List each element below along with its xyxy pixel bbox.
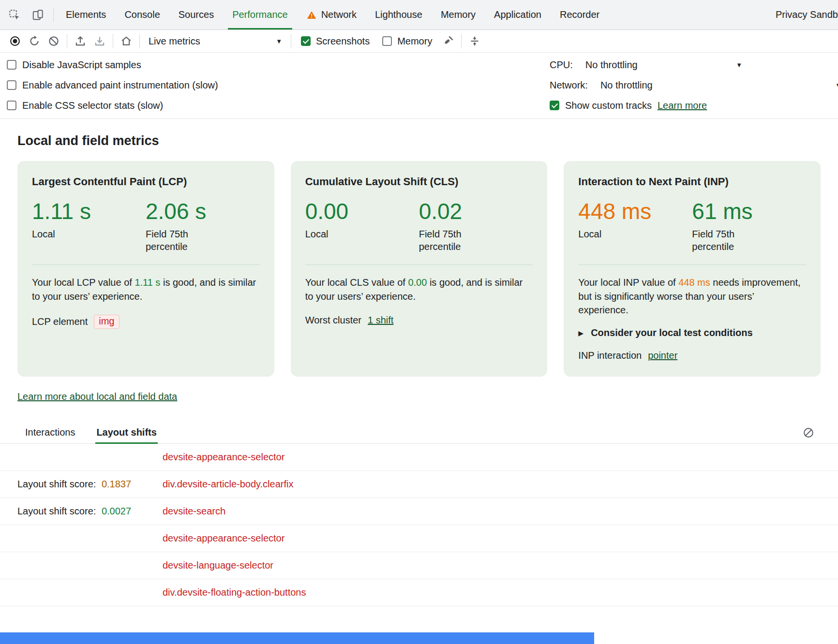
history-dropdown[interactable]: Live metrics ▼ [144, 36, 287, 47]
tab-performance[interactable]: Performance [223, 0, 297, 29]
cpu-value: No throttling [585, 59, 638, 71]
record-button[interactable] [6, 32, 24, 50]
clear-log-button[interactable] [802, 426, 815, 439]
network-throttling-select[interactable]: Network: No throttling [550, 80, 838, 91]
vertical-align-icon [468, 35, 481, 47]
record-icon [9, 35, 21, 47]
show-custom-tracks-label[interactable]: Show custom tracks [565, 100, 652, 111]
layout-shift-row[interactable]: div.devsite-floating-action-buttons [0, 579, 838, 606]
metric-description: Your local INP value of 448 ms needs imp… [578, 276, 806, 317]
show-custom-tracks-checkbox[interactable] [550, 101, 559, 110]
tab-layout-shifts[interactable]: Layout shifts [95, 422, 157, 443]
collect-garbage-button[interactable] [439, 32, 457, 50]
network-value: No throttling [600, 80, 653, 91]
device-toolbar-button[interactable] [28, 5, 47, 25]
layout-shift-row[interactable]: devsite-appearance-selector [0, 444, 838, 471]
tab-elements[interactable]: Elements [57, 0, 115, 29]
score-label: Layout shift score: [17, 506, 96, 516]
home-icon [120, 35, 133, 47]
lcp-element-label: LCP element [32, 316, 88, 327]
tab-interactions[interactable]: Interactions [24, 422, 76, 443]
layout-shift-row[interactable]: devsite-appearance-selector [0, 525, 838, 552]
advanced-paint-checkbox[interactable] [7, 80, 16, 90]
tab-network[interactable]: Network [297, 0, 366, 29]
layout-shift-row[interactable]: Layout shift score: 0.0027 devsite-searc… [0, 498, 838, 525]
css-selector-stats-label[interactable]: Enable CSS selector stats (slow) [22, 100, 163, 111]
inp-interaction-link[interactable]: pointer [648, 350, 677, 361]
screenshots-checkbox[interactable] [301, 36, 311, 46]
reload-and-record-button[interactable] [25, 32, 44, 50]
tab-label: Layout shifts [96, 427, 156, 438]
cpu-throttling-select[interactable]: CPU: No throttling ▼ [550, 59, 838, 71]
element-node-link[interactable]: devsite-search [163, 506, 225, 517]
selected-row-highlight[interactable] [0, 632, 594, 644]
field-value: 2.06 s [146, 200, 206, 223]
element-node-link[interactable]: div.devsite-floating-action-buttons [163, 587, 306, 598]
layout-shift-row[interactable]: devsite-language-selector [0, 552, 838, 579]
css-selector-stats-checkbox[interactable] [7, 101, 16, 110]
divider [67, 34, 67, 48]
tab-application[interactable]: Application [485, 0, 551, 29]
score-cell: Layout shift score: 0.0027 [17, 506, 163, 517]
tab-label: Sources [179, 9, 214, 20]
load-profile-button[interactable] [71, 32, 90, 50]
element-node-link[interactable]: div.devsite-article-body.clearfix [163, 479, 293, 490]
collapse-button[interactable] [465, 32, 484, 50]
expander-label: Consider your local test conditions [591, 327, 753, 338]
reload-icon [28, 35, 41, 47]
local-test-conditions-expander[interactable]: ▶ Consider your local test conditions [578, 327, 806, 338]
tab-console[interactable]: Console [115, 0, 169, 29]
element-node-link[interactable]: devsite-appearance-selector [163, 452, 284, 463]
tab-recorder[interactable]: Recorder [551, 0, 609, 29]
home-button[interactable] [117, 32, 135, 50]
disable-js-samples-label[interactable]: Disable JavaScript samples [22, 59, 141, 71]
lcp-element-row: LCP element img [32, 315, 260, 329]
device-toolbar-icon [31, 9, 44, 21]
description-value: 448 ms [678, 277, 710, 288]
worst-cluster-row: Worst cluster 1 shift [305, 315, 533, 326]
save-profile-button[interactable] [90, 32, 109, 50]
screenshots-label[interactable]: Screenshots [316, 36, 370, 47]
layout-shift-row[interactable]: Layout shift score: 0.1837 div.devsite-a… [0, 471, 838, 498]
field-label: Field 75th percentile [419, 228, 478, 253]
element-node-link[interactable]: devsite-language-selector [163, 560, 273, 571]
tab-label: Application [494, 9, 541, 20]
settings-panel: Disable JavaScript samples CPU: No throt… [0, 53, 838, 119]
chevron-down-icon: ▼ [736, 62, 742, 68]
tab-label: Memory [441, 9, 476, 20]
learn-more-link[interactable]: Learn more [658, 100, 707, 111]
local-value-column: 0.00 Local [305, 200, 419, 253]
lcp-element-node-link[interactable]: img [94, 315, 119, 329]
field-label: Field 75th percentile [146, 228, 205, 253]
warning-triangle-icon [306, 10, 317, 20]
element-node-link[interactable]: devsite-appearance-selector [163, 533, 284, 544]
disable-js-samples-checkbox[interactable] [7, 60, 16, 70]
divider [578, 264, 806, 265]
learn-more-field-data-link[interactable]: Learn more about local and field data [17, 391, 177, 402]
cpu-label: CPU: [550, 59, 573, 71]
clear-icon [802, 426, 815, 439]
history-dropdown-value: Live metrics [149, 36, 200, 47]
screenshots-setting: Screenshots [295, 36, 375, 47]
metric-card-lcp: Largest Contentful Paint (LCP) 1.11 s Lo… [17, 161, 274, 377]
worst-cluster-label: Worst cluster [305, 315, 361, 326]
advanced-paint-label[interactable]: Enable advanced paint instrumentation (s… [22, 80, 218, 91]
tab-sources[interactable]: Sources [169, 0, 223, 29]
tab-memory[interactable]: Memory [432, 0, 485, 29]
tab-label: Elements [66, 9, 106, 20]
memory-checkbox[interactable] [382, 36, 392, 46]
worst-cluster-link[interactable]: 1 shift [368, 315, 393, 326]
tab-label: Network [321, 9, 357, 20]
inspect-cursor-icon [8, 9, 21, 21]
memory-label[interactable]: Memory [397, 36, 432, 47]
network-label: Network: [550, 80, 588, 91]
clear-button[interactable] [45, 32, 63, 50]
score-value: 0.1837 [102, 479, 131, 489]
tab-privacy-sandbox[interactable]: Privacy Sandbox [766, 0, 838, 29]
values-row: 0.00 Local 0.02 Field 75th percentile [305, 200, 533, 253]
divider [461, 34, 462, 48]
inspect-element-button[interactable] [5, 5, 24, 25]
tab-lighthouse[interactable]: Lighthouse [366, 0, 432, 29]
field-value: 0.02 [419, 200, 478, 223]
local-value-column: 1.11 s Local [32, 200, 146, 253]
